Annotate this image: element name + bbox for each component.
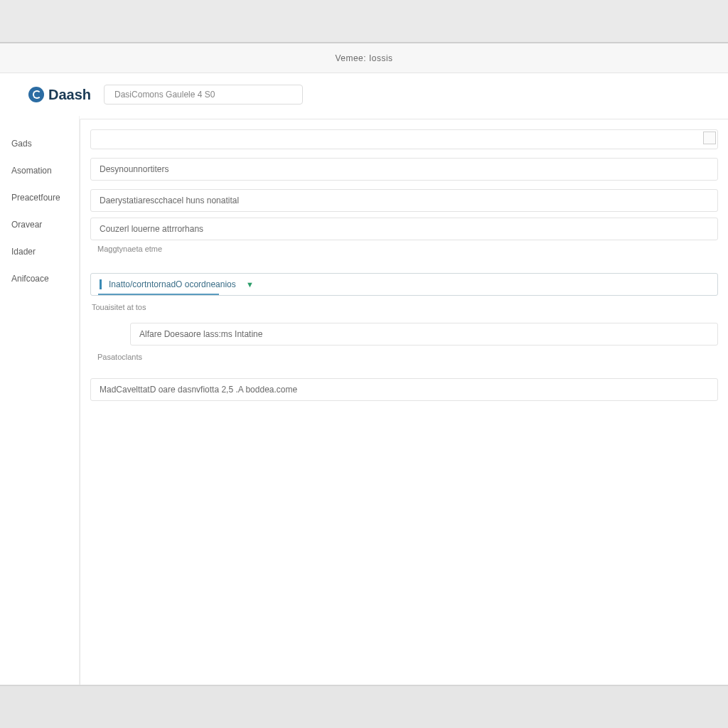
field-last-text: MadCavelttatD oare dasnvfiotta 2,5 .A bo… — [100, 385, 297, 395]
field-1[interactable]: Desynounnortiters — [90, 158, 718, 181]
field-2-text: Daerystatiarescchacel huns nonatital — [100, 196, 239, 205]
caption-3: Pasatoclants — [97, 353, 718, 361]
caption-1: Maggtynaeta etme — [97, 245, 718, 253]
sidebar-item-asomation[interactable]: Asomation — [9, 157, 79, 184]
brand-logo-icon — [28, 87, 44, 102]
chevron-down-icon: ▼ — [246, 280, 254, 289]
os-bottom-chrome — [0, 685, 728, 728]
app-window: Vemee: Iossis Daash DasiComons Gaulele 4… — [0, 43, 728, 728]
window-title: Vemee: Iossis — [335, 53, 392, 63]
sidebar-item-label: Anifcoace — [11, 274, 49, 284]
main-panel: Desynounnortiters Daerystatiarescchacel … — [80, 119, 728, 728]
breadcrumb-text: DasiComons Gaulele 4 S0 — [114, 90, 215, 100]
sidebar-item-oravear[interactable]: Oravear — [9, 211, 79, 238]
window-title-bar: Vemee: Iossis — [0, 43, 728, 73]
brand-logo[interactable]: Daash — [28, 87, 91, 103]
field-3[interactable]: Couzerl louerne attrrorhans — [90, 218, 718, 240]
sidebar-item-label: Asomation — [11, 166, 52, 176]
os-top-chrome — [0, 0, 728, 43]
sidebar-item-label: Oravear — [11, 220, 42, 230]
field-3-text: Couzerl louerne attrrorhans — [100, 224, 203, 234]
expand-icon[interactable] — [703, 132, 716, 144]
app-header: Daash DasiComons Gaulele 4 S0 — [0, 73, 728, 116]
sidebar-item-gads[interactable]: Gads — [9, 130, 79, 157]
select-active-underline — [98, 294, 219, 295]
sidebar-item-label: Gads — [11, 139, 32, 149]
sidebar-item-idader[interactable]: Idader — [9, 238, 79, 265]
field-last[interactable]: MadCavelttatD oare dasnvfiotta 2,5 .A bo… — [90, 378, 718, 401]
sidebar-item-preacetfoure[interactable]: Preacetfoure — [9, 184, 79, 211]
breadcrumb[interactable]: DasiComons Gaulele 4 S0 — [104, 85, 303, 105]
field-2[interactable]: Daerystatiarescchacel huns nonatital — [90, 189, 718, 212]
sidebar: Gads Asomation Preacetfoure Oravear Idad… — [0, 116, 80, 728]
sub-field-text: Alfare Doesaore lass:ms Intatine — [139, 329, 262, 339]
sidebar-item-label: Idader — [11, 247, 36, 257]
select-value: Inatto/cortntornadO ocordneanios — [100, 279, 236, 289]
sub-field[interactable]: Alfare Doesaore lass:ms Intatine — [130, 323, 718, 346]
body: Gads Asomation Preacetfoure Oravear Idad… — [0, 116, 728, 728]
sidebar-item-label: Preacetfoure — [11, 193, 60, 203]
select-dropdown[interactable]: Inatto/cortntornadO ocordneanios ▼ — [90, 273, 718, 296]
brand-name: Daash — [48, 87, 91, 103]
top-field[interactable] — [90, 129, 718, 149]
caption-2: Touaisitet at tos — [92, 303, 718, 311]
field-1-text: Desynounnortiters — [100, 164, 168, 174]
sidebar-item-anifcoace[interactable]: Anifcoace — [9, 265, 79, 292]
